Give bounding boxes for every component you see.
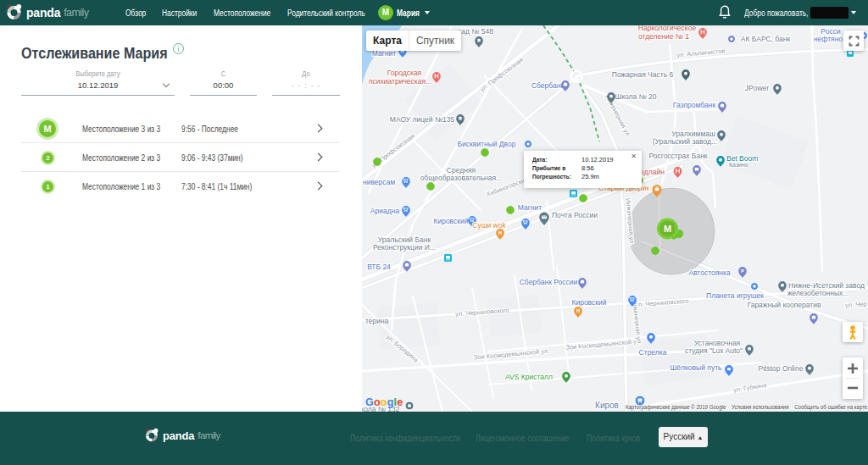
svg-text:Ариадна: Ариадна bbox=[370, 207, 400, 215]
svg-text:P: P bbox=[741, 268, 744, 274]
svg-text:Газпромбанк: Газпромбанк bbox=[673, 101, 716, 109]
svg-text:нефтяно: нефтяно bbox=[814, 35, 843, 43]
svg-text:Сбербанк России: Сбербанк России bbox=[520, 278, 578, 286]
svg-text:психиатрическая...: психиатрическая... bbox=[369, 77, 431, 86]
svg-text:ВТБ 24: ВТБ 24 bbox=[367, 263, 391, 271]
svg-text:Наркологическое: Наркологическое bbox=[638, 25, 697, 32]
svg-text:Суши wok: Суши wok bbox=[472, 221, 506, 230]
svg-text:МАОУ лицей №135: МАОУ лицей №135 bbox=[390, 115, 455, 124]
svg-text:M: M bbox=[664, 224, 671, 234]
svg-text:Школа № 20: Школа № 20 bbox=[615, 92, 656, 101]
svg-text:студия "Lux Auto": студия "Lux Auto" bbox=[685, 346, 743, 355]
svg-text:Магнит: Магнит bbox=[518, 203, 542, 212]
svg-text:сад № 548: сад № 548 bbox=[458, 27, 493, 36]
svg-text:Сбербанк: Сбербанк bbox=[531, 81, 564, 90]
svg-text:терина: терина bbox=[365, 317, 389, 325]
svg-text:(Уральский завод...: (Уральский завод... bbox=[653, 137, 717, 146]
svg-text:Бисквитный Двор: Бисквитный Двор bbox=[458, 140, 516, 148]
svg-text:Росгосстрах Банк: Росгосстрах Банк bbox=[648, 152, 707, 160]
svg-text:ул. Чер: ул. Чер bbox=[845, 300, 867, 309]
svg-text:Гаражный кооператив: Гаражный кооператив bbox=[748, 301, 821, 309]
svg-text:JPower: JPower bbox=[745, 84, 770, 92]
svg-text:Городская: Городская bbox=[387, 69, 422, 77]
svg-text:Шёлковый путь: Шёлковый путь bbox=[670, 363, 722, 372]
svg-text:общеобразовательная...: общеобразовательная... bbox=[420, 174, 502, 182]
svg-text:Кировский: Кировский bbox=[433, 217, 468, 225]
svg-text:АК БАРС, банк: АК БАРС, банк bbox=[741, 35, 791, 43]
svg-text:ниверсам: ниверсам bbox=[363, 178, 395, 186]
svg-text:Киров: Киров bbox=[595, 401, 619, 410]
svg-text:AVS Кристалл: AVS Кристалл bbox=[505, 373, 553, 381]
svg-text:Казино: Казино bbox=[729, 162, 748, 168]
svg-text:Pitstop Online: Pitstop Online bbox=[759, 364, 804, 373]
svg-text:Планета игрушек: Планета игрушек bbox=[706, 291, 764, 300]
svg-text:Стрелка: Стрелка bbox=[639, 348, 667, 357]
svg-text:Пожарная Часть 6: Пожарная Часть 6 bbox=[612, 70, 674, 79]
svg-text:отделение № 1: отделение № 1 bbox=[638, 32, 689, 41]
svg-text:Реконструкции И...: Реконструкции И... bbox=[373, 243, 436, 252]
svg-text:Кировский: Кировский bbox=[571, 298, 606, 307]
svg-text:Почта России: Почта России bbox=[552, 211, 598, 219]
svg-text:Автостоянка: Автостоянка bbox=[688, 268, 731, 277]
svg-text:железобетонных...: железобетонных... bbox=[787, 289, 849, 297]
